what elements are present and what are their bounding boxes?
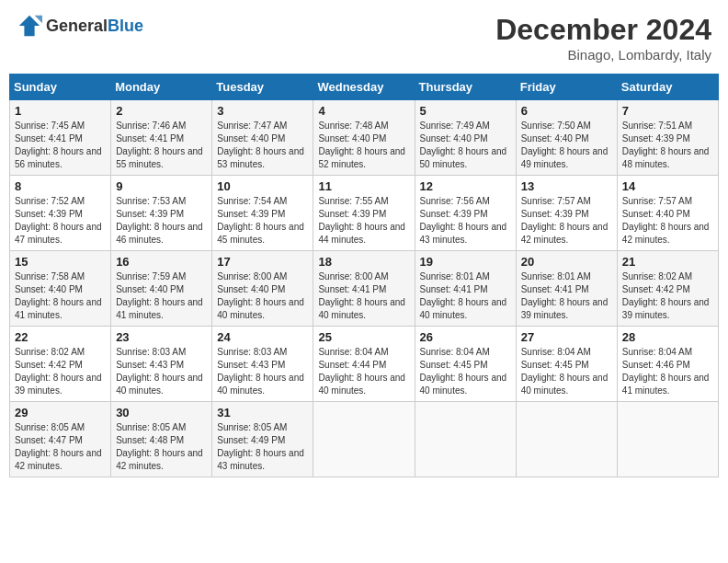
calendar-cell: 25Sunrise: 8:04 AMSunset: 4:44 PMDayligh…: [313, 327, 415, 402]
calendar-cell: 2Sunrise: 7:46 AMSunset: 4:41 PMDaylight…: [111, 100, 212, 176]
day-number: 16: [116, 255, 207, 269]
calendar-cell: 20Sunrise: 8:01 AMSunset: 4:41 PMDayligh…: [516, 251, 617, 327]
calendar-cell: 30Sunrise: 8:05 AMSunset: 4:48 PMDayligh…: [111, 402, 212, 477]
calendar-cell: 28Sunrise: 8:04 AMSunset: 4:46 PMDayligh…: [617, 327, 718, 402]
day-detail: Sunrise: 7:45 AMSunset: 4:41 PMDaylight:…: [15, 120, 106, 171]
calendar-cell: 17Sunrise: 8:00 AMSunset: 4:40 PMDayligh…: [212, 251, 313, 327]
week-row-4: 22Sunrise: 8:02 AMSunset: 4:42 PMDayligh…: [10, 327, 719, 402]
calendar-cell: 4Sunrise: 7:48 AMSunset: 4:40 PMDaylight…: [313, 100, 415, 176]
day-number: 2: [116, 104, 207, 118]
calendar-cell: 10Sunrise: 7:54 AMSunset: 4:39 PMDayligh…: [212, 176, 313, 251]
day-number: 19: [420, 255, 511, 269]
day-detail: Sunrise: 7:51 AMSunset: 4:39 PMDaylight:…: [622, 120, 713, 171]
day-number: 29: [15, 406, 106, 419]
day-number: 25: [318, 330, 409, 344]
svg-marker-0: [19, 16, 40, 36]
day-number: 12: [420, 179, 511, 193]
day-number: 3: [217, 104, 308, 118]
day-detail: Sunrise: 7:57 AMSunset: 4:39 PMDaylight:…: [521, 195, 612, 247]
calendar-cell: 1Sunrise: 7:45 AMSunset: 4:41 PMDaylight…: [10, 100, 111, 176]
day-number: 10: [217, 179, 308, 193]
day-number: 15: [15, 255, 106, 269]
day-number: 27: [521, 330, 612, 344]
day-number: 17: [217, 255, 308, 269]
calendar-cell: 27Sunrise: 8:04 AMSunset: 4:45 PMDayligh…: [516, 327, 617, 402]
day-number: 26: [420, 330, 511, 344]
day-detail: Sunrise: 7:56 AMSunset: 4:39 PMDaylight:…: [420, 195, 511, 247]
day-detail: Sunrise: 8:00 AMSunset: 4:40 PMDaylight:…: [217, 270, 308, 322]
day-detail: Sunrise: 8:01 AMSunset: 4:41 PMDaylight:…: [521, 270, 612, 322]
week-row-5: 29Sunrise: 8:05 AMSunset: 4:47 PMDayligh…: [10, 402, 719, 477]
calendar-cell: 7Sunrise: 7:51 AMSunset: 4:39 PMDaylight…: [617, 100, 718, 176]
day-number: 11: [318, 179, 409, 193]
day-detail: Sunrise: 8:00 AMSunset: 4:41 PMDaylight:…: [318, 270, 409, 322]
logo: GeneralBlue: [17, 13, 143, 39]
day-detail: Sunrise: 8:05 AMSunset: 4:49 PMDaylight:…: [217, 421, 308, 473]
calendar-cell: 24Sunrise: 8:03 AMSunset: 4:43 PMDayligh…: [212, 327, 313, 402]
calendar-cell: 12Sunrise: 7:56 AMSunset: 4:39 PMDayligh…: [415, 176, 516, 251]
day-detail: Sunrise: 7:55 AMSunset: 4:39 PMDaylight:…: [318, 195, 409, 247]
day-number: 1: [15, 104, 106, 118]
calendar-cell: 21Sunrise: 8:02 AMSunset: 4:42 PMDayligh…: [617, 251, 718, 327]
weekday-header-friday: Friday: [516, 75, 617, 100]
day-number: 5: [420, 104, 511, 118]
logo-text: GeneralBlue: [46, 17, 143, 36]
calendar-cell: 11Sunrise: 7:55 AMSunset: 4:39 PMDayligh…: [313, 176, 415, 251]
day-number: 13: [521, 179, 612, 193]
day-detail: Sunrise: 8:02 AMSunset: 4:42 PMDaylight:…: [622, 270, 713, 322]
weekday-header-sunday: Sunday: [10, 75, 111, 100]
calendar-cell: 18Sunrise: 8:00 AMSunset: 4:41 PMDayligh…: [313, 251, 415, 327]
day-detail: Sunrise: 7:53 AMSunset: 4:39 PMDaylight:…: [116, 195, 207, 247]
calendar-cell: 3Sunrise: 7:47 AMSunset: 4:40 PMDaylight…: [212, 100, 313, 176]
weekday-header-saturday: Saturday: [617, 75, 718, 100]
day-number: 14: [622, 179, 713, 193]
logo-icon: [17, 13, 42, 39]
day-number: 18: [318, 255, 409, 269]
day-detail: Sunrise: 7:57 AMSunset: 4:40 PMDaylight:…: [622, 195, 713, 247]
day-detail: Sunrise: 7:48 AMSunset: 4:40 PMDaylight:…: [318, 120, 409, 171]
day-detail: Sunrise: 7:59 AMSunset: 4:40 PMDaylight:…: [116, 270, 207, 322]
day-detail: Sunrise: 7:46 AMSunset: 4:41 PMDaylight:…: [116, 120, 207, 171]
day-detail: Sunrise: 8:01 AMSunset: 4:41 PMDaylight:…: [420, 270, 511, 322]
calendar-cell: 16Sunrise: 7:59 AMSunset: 4:40 PMDayligh…: [111, 251, 212, 327]
weekday-header-tuesday: Tuesday: [212, 75, 313, 100]
calendar-cell: 19Sunrise: 8:01 AMSunset: 4:41 PMDayligh…: [415, 251, 516, 327]
title-area: December 2024 Binago, Lombardy, Italy: [495, 13, 711, 63]
day-number: 8: [15, 179, 106, 193]
location-subtitle: Binago, Lombardy, Italy: [495, 47, 711, 63]
day-detail: Sunrise: 7:52 AMSunset: 4:39 PMDaylight:…: [15, 195, 106, 247]
calendar-cell: [415, 402, 516, 477]
month-title: December 2024: [495, 13, 711, 47]
weekday-header-monday: Monday: [111, 75, 212, 100]
calendar-cell: [516, 402, 617, 477]
day-detail: Sunrise: 7:47 AMSunset: 4:40 PMDaylight:…: [217, 120, 308, 171]
week-row-2: 8Sunrise: 7:52 AMSunset: 4:39 PMDaylight…: [10, 176, 719, 251]
day-detail: Sunrise: 7:58 AMSunset: 4:40 PMDaylight:…: [15, 270, 106, 322]
calendar-cell: 9Sunrise: 7:53 AMSunset: 4:39 PMDaylight…: [111, 176, 212, 251]
day-detail: Sunrise: 8:04 AMSunset: 4:45 PMDaylight:…: [521, 346, 612, 397]
day-detail: Sunrise: 8:03 AMSunset: 4:43 PMDaylight:…: [116, 346, 207, 397]
calendar-table: SundayMondayTuesdayWednesdayThursdayFrid…: [9, 74, 719, 477]
header: GeneralBlue December 2024 Binago, Lombar…: [9, 9, 719, 66]
week-row-3: 15Sunrise: 7:58 AMSunset: 4:40 PMDayligh…: [10, 251, 719, 327]
day-detail: Sunrise: 8:05 AMSunset: 4:47 PMDaylight:…: [15, 421, 106, 473]
calendar-cell: 26Sunrise: 8:04 AMSunset: 4:45 PMDayligh…: [415, 327, 516, 402]
day-number: 23: [116, 330, 207, 344]
calendar-cell: [617, 402, 718, 477]
day-detail: Sunrise: 7:54 AMSunset: 4:39 PMDaylight:…: [217, 195, 308, 247]
calendar-cell: 15Sunrise: 7:58 AMSunset: 4:40 PMDayligh…: [10, 251, 111, 327]
week-row-1: 1Sunrise: 7:45 AMSunset: 4:41 PMDaylight…: [10, 100, 719, 176]
day-number: 20: [521, 255, 612, 269]
calendar-cell: 22Sunrise: 8:02 AMSunset: 4:42 PMDayligh…: [10, 327, 111, 402]
day-number: 28: [622, 330, 713, 344]
weekday-header-thursday: Thursday: [415, 75, 516, 100]
calendar-cell: [313, 402, 415, 477]
day-number: 22: [15, 330, 106, 344]
day-number: 9: [116, 179, 207, 193]
day-detail: Sunrise: 8:05 AMSunset: 4:48 PMDaylight:…: [116, 421, 207, 473]
calendar-cell: 8Sunrise: 7:52 AMSunset: 4:39 PMDaylight…: [10, 176, 111, 251]
day-detail: Sunrise: 8:04 AMSunset: 4:44 PMDaylight:…: [318, 346, 409, 397]
calendar-cell: 13Sunrise: 7:57 AMSunset: 4:39 PMDayligh…: [516, 176, 617, 251]
calendar-cell: 6Sunrise: 7:50 AMSunset: 4:40 PMDaylight…: [516, 100, 617, 176]
day-detail: Sunrise: 8:02 AMSunset: 4:42 PMDaylight:…: [15, 346, 106, 397]
